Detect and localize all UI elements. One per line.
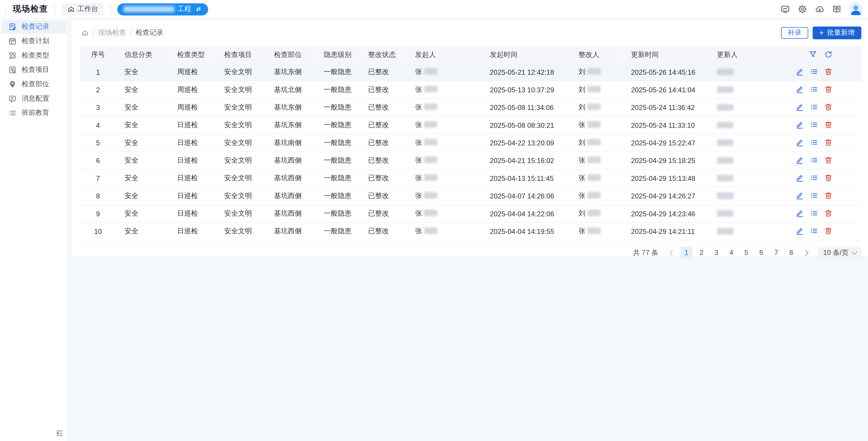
page-button-8[interactable]: 8 [785, 246, 797, 259]
detail-button[interactable] [810, 173, 818, 183]
edit-icon [796, 156, 804, 164]
edit-button[interactable] [796, 173, 804, 183]
cell-hazard-level: 一般隐患 [315, 170, 359, 187]
breadcrumb-item[interactable]: 现场检查 [98, 28, 126, 38]
page-button-7[interactable]: 7 [770, 246, 782, 259]
sidebar-item-calendar[interactable]: 检查计划 [1, 34, 66, 48]
detail-button[interactable] [810, 103, 818, 112]
cell-index: 2 [80, 81, 116, 99]
handbook-icon [832, 4, 842, 14]
detail-button[interactable] [810, 191, 818, 201]
filter-button[interactable] [809, 50, 817, 60]
edit-button[interactable] [796, 138, 804, 148]
pagination: 共 77 条 12345678 10 条/页 [72, 246, 861, 259]
page-size-select[interactable]: 10 条/页 [818, 246, 862, 259]
table-body: 1安全周巡检安全文明基坑东侧一般隐患已整改张2025-05-21 12:42:1… [80, 64, 862, 240]
delete-button[interactable] [825, 227, 833, 236]
cell-check-type: 日巡检 [168, 116, 215, 134]
project-switcher[interactable]: 工程 [117, 3, 208, 15]
cell-updater [708, 81, 789, 99]
edit-icon [796, 191, 804, 199]
breadcrumb-item-current: 检查记录 [135, 28, 163, 38]
delete-button[interactable] [825, 67, 833, 77]
calendar-icon [8, 37, 17, 45]
row-actions [798, 121, 857, 130]
edit-button[interactable] [796, 85, 804, 95]
page-button-4[interactable]: 4 [725, 246, 738, 259]
user-avatar[interactable] [848, 2, 863, 16]
delete-button[interactable] [825, 103, 833, 112]
detail-button[interactable] [810, 85, 818, 95]
sidebar-item-record[interactable]: 检查记录 [1, 20, 66, 34]
detail-button[interactable] [810, 227, 818, 236]
cell-index: 8 [80, 187, 116, 205]
edit-button[interactable] [796, 156, 804, 166]
cell-updated-time: 2025-05-24 11:36:42 [622, 99, 708, 116]
delete-button[interactable] [825, 85, 833, 95]
cell-check-part: 基坑北侧 [265, 81, 315, 99]
home-icon [68, 5, 75, 13]
batch-add-button[interactable]: + 批量新增 [813, 27, 862, 39]
page-button-1[interactable]: 1 [680, 246, 692, 259]
delete-button[interactable] [825, 121, 833, 130]
delete-button[interactable] [825, 191, 833, 201]
redacted-text [424, 174, 437, 181]
cell-rectifier: 张 [569, 187, 622, 205]
workbench-label: 工作台 [78, 4, 98, 14]
redacted-text [587, 103, 600, 110]
cell-rectifier: 张 [569, 170, 622, 187]
cell-rectify-status: 已整改 [359, 187, 406, 205]
toolbar: 补录 + 批量新增 [781, 27, 862, 39]
sidebar-item-listicon[interactable]: 班前教育 [1, 106, 66, 120]
home-icon[interactable] [81, 29, 89, 37]
detail-button[interactable] [810, 209, 818, 218]
detail-icon [810, 85, 818, 93]
page-button-5[interactable]: 5 [740, 246, 752, 259]
detail-button[interactable] [810, 67, 818, 77]
edit-button[interactable] [796, 103, 804, 112]
edit-button[interactable] [796, 191, 804, 201]
delete-button[interactable] [825, 156, 833, 166]
prev-page-button[interactable] [665, 246, 678, 259]
edit-button[interactable] [796, 227, 804, 236]
sidebar-item-location[interactable]: 检查部位 [1, 77, 66, 91]
page-button-3[interactable]: 3 [710, 246, 722, 259]
monitor-button[interactable] [780, 4, 790, 14]
breadcrumb: / 现场检查 / 检查记录 [81, 28, 163, 38]
sidebar: 检查记录检查计划检查类型检查项目检查部位消息配置班前教育 [0, 18, 68, 441]
delete-button[interactable] [825, 209, 833, 218]
refresh-button[interactable] [825, 50, 833, 60]
detail-button[interactable] [810, 138, 818, 148]
detail-button[interactable] [810, 156, 818, 166]
next-page-button[interactable] [800, 246, 812, 259]
redacted-text [424, 68, 437, 74]
cell-rectify-status: 已整改 [359, 99, 406, 116]
delete-button[interactable] [825, 138, 833, 148]
sidebar-item-shapes[interactable]: 检查类型 [1, 49, 66, 63]
workbench-button[interactable]: 工作台 [62, 3, 104, 15]
handbook-button[interactable] [832, 4, 842, 14]
cell-updater [708, 170, 789, 187]
table-row: 1安全周巡检安全文明基坑东侧一般隐患已整改张2025-05-21 12:42:1… [80, 64, 862, 81]
sidebar-item-docsearch[interactable]: 检查项目 [1, 63, 66, 77]
column-header: 隐患级别 [315, 46, 359, 64]
cell-updated-time: 2025-04-29 14:23:46 [622, 205, 708, 223]
delete-button[interactable] [825, 173, 833, 183]
cloud-download-button[interactable] [815, 4, 825, 14]
detail-button[interactable] [810, 121, 818, 130]
page-button-2[interactable]: 2 [695, 246, 708, 259]
redacted-text [424, 121, 437, 128]
edit-button[interactable] [796, 121, 804, 130]
swap-icon [195, 5, 202, 13]
page-button-6[interactable]: 6 [755, 246, 767, 259]
sidebar-item-message[interactable]: 消息配置 [1, 92, 66, 106]
cell-rectifier: 张 [569, 152, 622, 169]
cell-initiated-time: 2025-05-08 11:34:06 [481, 99, 569, 116]
sidebar-collapse-icon[interactable] [55, 429, 64, 437]
supplement-button[interactable]: 补录 [781, 27, 808, 39]
cell-rectify-status: 已整改 [359, 170, 406, 187]
cell-check-type: 周巡检 [168, 64, 215, 81]
settings-button[interactable] [798, 4, 807, 14]
edit-button[interactable] [796, 67, 804, 77]
edit-button[interactable] [796, 209, 804, 218]
